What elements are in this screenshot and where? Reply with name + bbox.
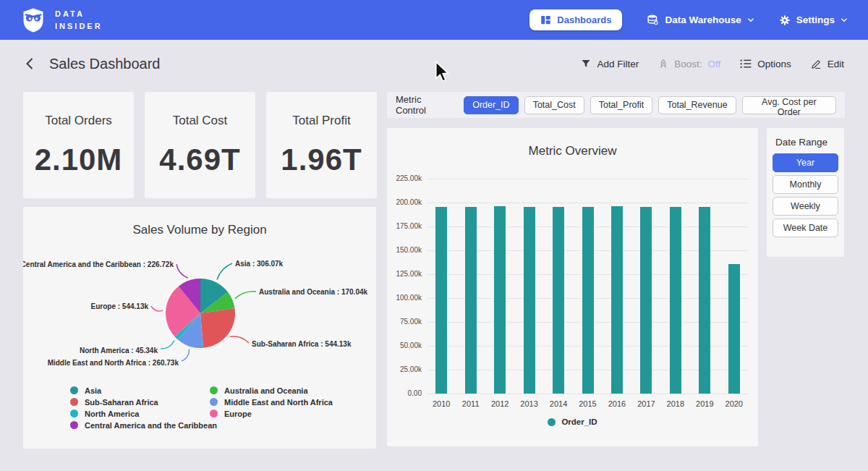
legend-label: Asia [85,386,101,395]
metric-button-order-id[interactable]: Order_ID [464,96,518,114]
pie-slice-sub-saharan-africa[interactable] [200,308,235,348]
pie-legend-item-australia-and-oceania[interactable]: Australia and Oceania [210,386,333,394]
legend-label: Australia and Oceania [224,386,308,395]
pie-leader-line [217,263,232,279]
bar-chart-legend[interactable]: Order_ID [387,417,758,426]
pie-legend-item-central-america-and-the-caribbean[interactable]: Central America and the Caribbean [70,421,217,429]
bar-2015[interactable] [582,207,594,394]
bar-2018[interactable] [670,207,681,394]
kpi-card-total-profit: Total Profit 1.96T [266,92,377,198]
dashboards-button[interactable]: Dashboards [529,9,622,30]
y-tick-label: 125.00k [386,270,422,278]
boost-toggle[interactable]: Boost: Off [658,59,720,69]
legend-label: Middle East and North Africa [224,398,333,407]
legend-dot [210,398,218,406]
kpi-card-total-cost: Total Cost 4.69T [145,92,255,198]
bar-2019[interactable] [699,207,710,394]
y-tick-label: 25.00k [386,365,422,373]
pie-leader-line [161,341,174,349]
page-header: Sales Dashboard Add Filter Boost: Off [0,40,868,88]
filter-funnel-icon [581,59,591,69]
settings-menu[interactable]: Settings [779,14,848,26]
x-tick-label-2010: 2010 [427,399,456,408]
kpi-value: 2.10M [35,143,123,177]
database-icon [647,14,659,26]
options-label: Options [757,59,791,69]
app-logo: DATA INSIDER [20,7,103,33]
date-range-button-year[interactable]: Year [773,153,838,172]
legend-dot [70,398,78,406]
pie-legend-item-north-america[interactable]: North America [70,410,217,417]
kpi-card-total-orders: Total Orders 2.10M [23,92,134,198]
metric-overview-chart-card: Metric Overview 225.00k200.00k175.00k150… [387,128,758,446]
gridline [427,203,749,203]
date-range-button-weekly[interactable]: Weekly [773,197,838,216]
legend-label: North America [85,410,139,418]
metric-button-total-cost[interactable]: Total_Cost [524,96,584,114]
pie-leader-line [235,292,256,299]
y-tick-label: 100.00k [386,294,422,302]
edit-button[interactable]: Edit [811,59,844,69]
legend-label-order-id: Order_ID [561,417,597,426]
x-tick-label-2014: 2014 [544,399,573,408]
kpi-label: Total Orders [45,114,112,128]
y-tick-label: 75.00k [386,318,422,326]
bar-2016[interactable] [611,206,623,394]
legend-dot [70,421,78,429]
pie-leader-line [182,349,189,361]
date-range-button-week-date[interactable]: Week Date [773,218,838,237]
options-button[interactable]: Options [740,59,791,69]
pie-chart: Asia : 306.07kAustralia and Oceania : 17… [23,236,376,410]
pie-label-north-america: North America : 45.34k [80,347,158,355]
metric-control-label: Metric Control [396,94,454,116]
x-tick-label-2018: 2018 [661,399,690,408]
y-tick-label: 50.00k [386,341,422,349]
pie-legend-item-sub-saharan-africa[interactable]: Sub-Saharan Africa [70,398,217,406]
chevron-down-icon [841,17,848,22]
data-warehouse-menu[interactable]: Data Warehouse [647,14,754,26]
bar-2011[interactable] [465,207,477,394]
pie-label-europe: Europe : 544.13k [91,302,149,310]
gear-icon [779,14,791,26]
bar-2010[interactable] [435,207,447,394]
bar-2017[interactable] [640,207,652,394]
x-tick-label-2013: 2013 [514,399,543,408]
legend-label: Central America and the Caribbean [85,421,217,430]
pie-label-central-america-and-the-caribbean: Central America and the Caribbean : 226.… [23,260,174,268]
bar-2020[interactable] [728,264,740,394]
bar-2013[interactable] [524,207,535,394]
back-button[interactable] [24,57,35,70]
metric-control-strip: Metric Control Order_IDTotal_CostTotal_P… [387,92,845,118]
kpi-value: 4.69T [159,143,240,177]
pie-legend-right-column: Australia and OceaniaMiddle East and Nor… [210,386,333,417]
legend-dot [70,386,78,394]
options-list-icon [740,59,752,69]
x-tick-label-2012: 2012 [485,399,514,408]
pie-legend-item-middle-east-and-north-africa[interactable]: Middle East and North Africa [210,398,333,406]
y-tick-label: 150.00k [386,246,422,254]
pie-leader-line [151,306,163,311]
data-warehouse-label: Data Warehouse [665,14,741,25]
x-tick-label-2017: 2017 [631,399,660,408]
metric-button-total-revenue[interactable]: Total_Revenue [658,96,736,114]
date-range-button-monthly[interactable]: Monthly [773,175,838,194]
pie-leader-line [176,264,188,278]
kpi-label: Total Cost [173,114,228,128]
pie-label-sub-saharan-africa: Sub-Saharan Africa : 544.13k [252,340,352,348]
pie-label-australia-and-oceania: Australia and Oceania : 170.04k [259,288,368,296]
pie-legend-left-column: AsiaSub-Saharan AfricaNorth AmericaCentr… [70,386,217,429]
pie-legend-item-asia[interactable]: Asia [70,386,217,394]
add-filter-button[interactable]: Add Filter [581,59,639,69]
metric-button-total-profit[interactable]: Total_Profit [590,96,653,114]
x-tick-label-2020: 2020 [720,399,749,408]
metric-button-avg-cost-per-order[interactable]: Avg. Cost per Order [742,96,836,114]
pie-legend-item-europe[interactable]: Europe [210,410,333,417]
y-tick-label: 175.00k [386,222,422,230]
pencil-icon [811,59,822,69]
bar-2012[interactable] [494,206,506,394]
legend-label: Sub-Saharan Africa [85,398,158,407]
sales-volume-pie-card: Sales Volume by Region Asia : 306.07kAus… [23,207,376,449]
x-tick-label-2016: 2016 [603,399,631,408]
bar-2014[interactable] [553,207,564,394]
legend-dot [548,418,556,426]
